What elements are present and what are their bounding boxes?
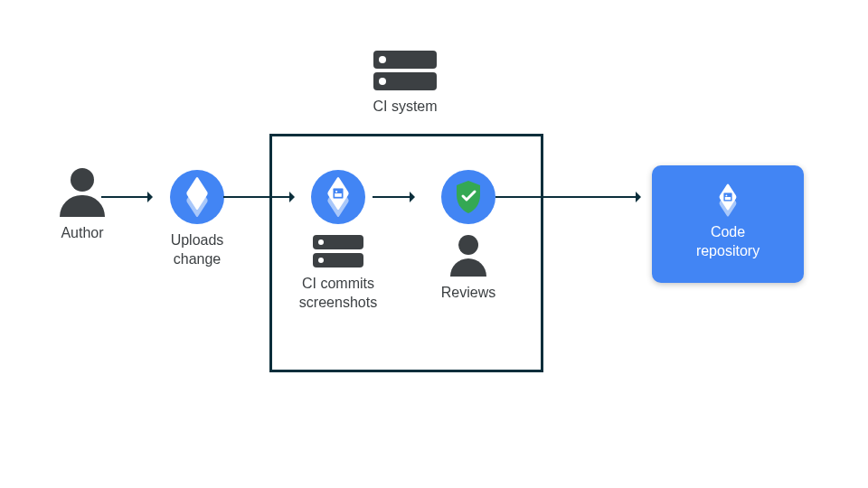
ci-system-label: CI system	[342, 98, 468, 117]
server-icon	[313, 235, 363, 267]
svg-point-2	[335, 191, 337, 192]
layers-image-icon	[714, 187, 741, 214]
arrow	[101, 196, 152, 198]
ci-system-node: CI system	[342, 51, 468, 117]
ci-commits-label: CI commits screenshots	[279, 275, 397, 313]
arrow	[495, 196, 640, 198]
svg-rect-4	[725, 197, 731, 200]
uploads-change-node: Uploads change	[147, 170, 247, 269]
ci-commits-node: CI commits screenshots	[279, 170, 397, 313]
uploads-label: Uploads change	[147, 231, 247, 269]
repo-label: Code repository	[696, 223, 760, 261]
reviews-node: Reviews	[419, 170, 518, 303]
svg-rect-1	[335, 193, 342, 197]
reviews-label: Reviews	[419, 284, 518, 303]
author-node: Author	[42, 168, 123, 243]
arrow	[373, 196, 414, 198]
server-icon	[373, 51, 437, 90]
code-repository-node: Code repository	[652, 165, 804, 283]
layers-image-icon	[311, 170, 365, 224]
author-label: Author	[42, 224, 123, 243]
user-icon	[57, 168, 108, 217]
layers-icon	[170, 170, 224, 224]
shield-check-icon	[441, 170, 495, 224]
user-icon	[443, 235, 494, 277]
